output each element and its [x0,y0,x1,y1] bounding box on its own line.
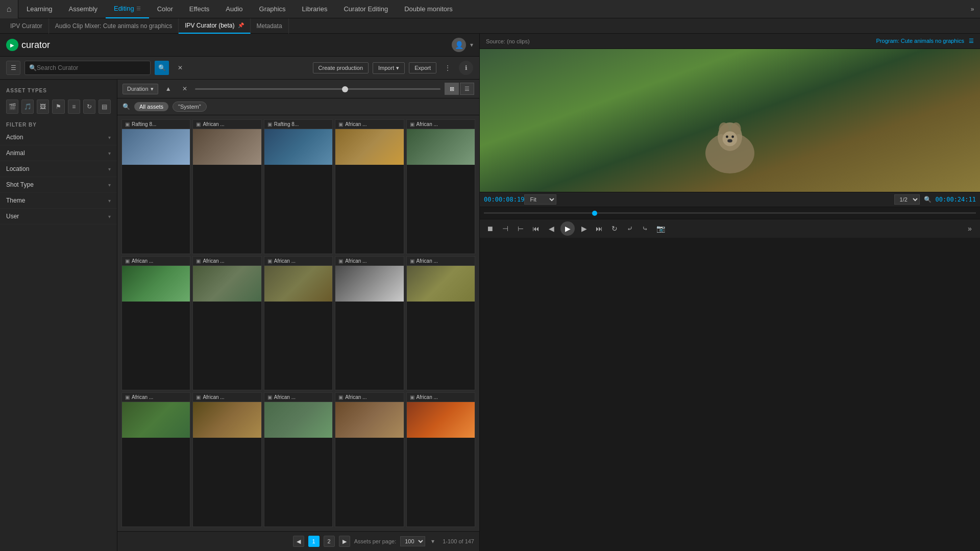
next-page-button[interactable]: ▶ [339,536,350,547]
media-grid: ▣Rafting 8... ▣African ... ▣Rafting 8...… [117,115,479,531]
filter-button[interactable]: ☰ [6,61,20,75]
list-item[interactable]: ▣African ... [335,119,404,254]
list-item[interactable]: ▣African ... [192,392,261,527]
mark-in-button[interactable]: ⊣ [499,222,511,235]
tag-all-assets[interactable]: All assets [134,102,168,111]
grid-view-button[interactable]: ⊞ [445,83,459,95]
go-to-end-button[interactable]: ⏭ [593,222,605,235]
list-item[interactable]: ▣African ... [406,392,475,527]
sort-ascending-button[interactable]: ▲ [162,83,175,95]
asset-icon-folder[interactable]: ▤ [99,99,111,114]
overwrite-button[interactable]: ⤷ [639,222,651,235]
filter-location[interactable]: Location ▾ [0,161,117,177]
expand-chevron-icon[interactable]: ▾ [470,41,473,48]
filter-theme[interactable]: Theme ▾ [0,193,117,209]
program-settings-icon[interactable]: ☰ [969,38,974,44]
search-input[interactable] [37,64,146,71]
chevron-down-icon: ▾ [108,166,111,172]
loop-button[interactable]: ↻ [608,222,621,235]
list-item[interactable]: ▣Rafting 8... [121,119,190,254]
more-playback-button[interactable]: » [964,222,976,235]
nav-libraries[interactable]: Libraries [294,0,336,18]
filter-animal[interactable]: Animal ▾ [0,145,117,161]
page-select[interactable]: 1/2 2/2 [894,194,920,205]
nav-learning[interactable]: Learning [18,0,61,18]
slider-thumb[interactable] [342,86,348,92]
list-item[interactable]: ▣African ... [264,392,333,527]
asset-icon-marker[interactable]: ⚑ [52,99,64,114]
list-item[interactable]: ▣African ... [406,256,475,391]
list-item[interactable]: ▣African ... [335,392,404,527]
list-item[interactable]: ▣African ... [335,256,404,391]
nav-color[interactable]: Color [149,0,181,18]
insert-button[interactable]: ⤶ [624,222,636,235]
clip-icon: ▣ [125,258,130,264]
asset-icon-image[interactable]: 🖼 [37,99,49,114]
user-avatar[interactable]: 👤 [452,38,466,52]
duration-filter-button[interactable]: Duration ▾ [122,84,158,94]
nav-curator-editing[interactable]: Curator Editing [335,0,396,18]
asset-icon-list[interactable]: ≡ [68,99,80,114]
tab-metadata[interactable]: Metadata [251,18,289,34]
export-button[interactable]: Export [409,62,436,73]
view-buttons: ⊞ ☰ [445,83,474,95]
stop-button[interactable]: ⏹ [484,222,496,235]
filter-shot-type[interactable]: Shot Type ▾ [0,177,117,193]
per-page-select[interactable]: 100 50 25 [400,536,425,546]
grid-toolbar: Duration ▾ ▲ ✕ ⊞ ☰ [117,80,479,98]
camera-button[interactable]: 📷 [654,222,667,235]
tab-audio-clip-mixer[interactable]: Audio Clip Mixer: Cute animals no graphi… [49,18,179,34]
preview-header: Source: (no clips) Program: Cute animals… [480,34,980,49]
list-item[interactable]: ▣African ... [121,256,190,391]
prev-page-button[interactable]: ◀ [293,536,304,547]
cheetah-preview-image [679,100,781,182]
list-item[interactable]: ▣African ... [192,256,261,391]
media-thumbnail [407,129,475,165]
home-button[interactable]: ⌂ [0,0,18,18]
asset-icon-video[interactable]: 🎬 [6,99,18,114]
play-button[interactable]: ▶ [560,221,575,236]
nav-assembly[interactable]: Assembly [61,0,106,18]
tab-ipv-curator[interactable]: IPV Curator [4,18,49,34]
create-production-button[interactable]: Create production [313,62,369,73]
go-to-start-button[interactable]: ⏮ [530,222,542,235]
nav-double-monitors[interactable]: Double monitors [396,0,461,18]
media-thumbnail [407,402,475,438]
list-item[interactable]: ▣African ... [121,392,190,527]
page-1-button[interactable]: 1 [308,536,320,547]
chevron-down-icon: ▾ [108,135,111,140]
page-2-button[interactable]: 2 [324,536,335,547]
media-item-label: African ... [416,394,438,400]
fit-select[interactable]: Fit 100% 50% [524,194,556,205]
list-item[interactable]: ▣Rafting 8... [264,119,333,254]
asset-icon-audio[interactable]: 🎵 [21,99,34,114]
asset-icon-refresh[interactable]: ↻ [83,99,95,114]
scrubber-handle[interactable] [592,211,597,216]
search-button[interactable]: 🔍 [155,61,169,75]
list-item[interactable]: ▣African ... [264,256,333,391]
list-item[interactable]: ▣African ... [192,119,261,254]
nav-graphics[interactable]: Graphics [251,0,294,18]
list-view-button[interactable]: ☰ [460,83,474,95]
timeline-scrubber[interactable] [480,207,980,219]
tab-ipv-curator-beta[interactable]: IPV Curator (beta) 📌 [179,18,250,34]
list-item[interactable]: ▣African ... [406,119,475,254]
import-button[interactable]: Import ▾ [373,62,405,74]
search-clear-button[interactable]: ✕ [173,61,187,75]
duration-slider[interactable] [195,88,440,90]
nav-more-button[interactable]: » [965,0,980,18]
mark-out-button[interactable]: ⊢ [514,222,527,235]
tag-system[interactable]: "System" [173,102,206,112]
more-options-button[interactable]: ⋮ [440,61,455,75]
nav-effects[interactable]: Effects [181,0,218,18]
tag-search-icon: 🔍 [122,103,130,110]
filter-user[interactable]: User ▾ [0,209,117,224]
step-forward-button[interactable]: ▶ [578,222,590,235]
info-button[interactable]: ℹ [459,61,473,75]
filter-action[interactable]: Action ▾ [0,130,117,145]
nav-editing[interactable]: Editing ☰ [106,0,149,18]
clear-filter-button[interactable]: ✕ [179,83,191,95]
nav-audio[interactable]: Audio [217,0,251,18]
step-back-button[interactable]: ◀ [545,222,557,235]
clip-icon: ▣ [410,394,414,400]
